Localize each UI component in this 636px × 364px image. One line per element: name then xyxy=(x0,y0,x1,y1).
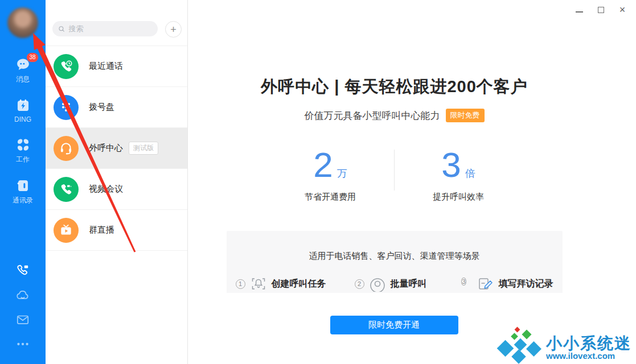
watermark-name: 小小系统迷 xyxy=(546,335,631,351)
video-call-icon[interactable] xyxy=(15,263,30,278)
stat-efficiency: 3 倍 提升呼叫效率 xyxy=(395,147,522,202)
more-dots-icon[interactable] xyxy=(15,337,30,351)
page-title: 外呼中心 | 每天轻松跟进200个客户 xyxy=(188,76,601,98)
batch-call-icon xyxy=(369,276,386,292)
work-grid-icon xyxy=(15,137,31,152)
sidebar-bottom-nav xyxy=(15,263,30,351)
stat-label: 节省开通费用 xyxy=(266,192,394,202)
stat-value: 3 xyxy=(441,147,461,183)
logo-diamond-blue xyxy=(511,349,526,363)
list-item-label: 视频会议 xyxy=(89,184,123,195)
sidebar-item-label: DING xyxy=(14,115,31,123)
logo-diamond-blue xyxy=(497,340,514,357)
scenario-box: 适用于电话销售、客户回访、渠道管理等场景 1 创建呼叫任务 2 xyxy=(227,231,563,293)
sidebar-item-work[interactable]: 工作 xyxy=(15,137,31,164)
dingtalk-window: 38 消息 DING 工作 通讯录 xyxy=(0,0,636,364)
write-record-icon xyxy=(477,276,494,292)
maximize-button[interactable] xyxy=(596,5,605,14)
list-item-label: 外呼中心 xyxy=(89,143,123,154)
phone-clock-icon xyxy=(54,54,79,79)
mail-icon[interactable] xyxy=(15,312,30,327)
logo-diamond-red xyxy=(515,327,520,333)
close-button[interactable]: × xyxy=(618,5,627,14)
sidebar: 38 消息 DING 工作 通讯录 xyxy=(0,0,46,364)
add-button[interactable]: + xyxy=(165,21,182,38)
contacts-book-icon xyxy=(15,178,31,193)
scenario-text: 适用于电话销售、客户回访、渠道管理等场景 xyxy=(227,251,563,262)
maximize-icon xyxy=(598,7,604,13)
video-phone-icon xyxy=(54,177,79,202)
step-label: 填写拜访记录 xyxy=(499,278,553,290)
ding-calendar-icon xyxy=(15,98,31,113)
watermark-logo xyxy=(498,328,540,362)
search-bar[interactable] xyxy=(52,21,158,36)
sidebar-item-label: 消息 xyxy=(16,75,30,84)
list-item-outbound-center[interactable]: 外呼中心 测试版 xyxy=(46,128,187,169)
page-subtitle: 价值万元具备小型呼叫中心能力 xyxy=(305,109,440,122)
stat-unit: 倍 xyxy=(465,167,475,180)
sidebar-item-contacts[interactable]: 通讯录 xyxy=(13,178,33,205)
step-number: 2 xyxy=(355,279,364,289)
limited-free-badge: 限时免费 xyxy=(446,109,485,122)
sidebar-item-ding[interactable]: DING xyxy=(14,98,31,123)
stat-label: 提升呼叫效率 xyxy=(395,192,522,202)
step-write-record: 3 填写拜访记录 xyxy=(456,276,553,292)
steps-row: 1 创建呼叫任务 2 批量呼叫 3 xyxy=(227,276,563,292)
open-free-button[interactable]: 限时免费开通 xyxy=(330,316,458,334)
logo-diamond-green xyxy=(511,333,518,340)
dialpad-icon xyxy=(54,95,79,120)
step-label: 批量呼叫 xyxy=(391,278,427,290)
sidebar-item-label: 通讯录 xyxy=(13,196,33,205)
stats-row: 2 万 节省开通费用 3 倍 提升呼叫效率 xyxy=(188,147,601,202)
sidebar-item-messages[interactable]: 38 消息 xyxy=(15,57,31,84)
main-content: 外呼中心 | 每天轻松跟进200个客户 价值万元具备小型呼叫中心能力 限时免费 … xyxy=(188,0,636,364)
step-label: 创建呼叫任务 xyxy=(272,278,326,290)
cloud-icon[interactable] xyxy=(15,288,30,303)
headset-icon xyxy=(54,136,79,161)
minimize-button[interactable] xyxy=(575,5,584,14)
list-item-label: 最近通话 xyxy=(89,61,123,72)
window-controls: × xyxy=(575,5,627,14)
list-item-recent-calls[interactable]: 最近通话 xyxy=(46,46,187,87)
chat-bubble-icon: 38 xyxy=(15,57,31,72)
search-input[interactable] xyxy=(68,24,152,33)
step-number-wrap: 3 xyxy=(456,276,473,292)
list-item-label: 拨号盘 xyxy=(89,102,114,113)
live-tv-icon xyxy=(54,218,79,243)
logo-diamond-blue xyxy=(526,341,541,357)
unread-count-badge: 38 xyxy=(27,53,38,62)
stat-value: 2 xyxy=(313,147,333,183)
sidebar-item-label: 工作 xyxy=(16,155,30,164)
list-item-label: 群直播 xyxy=(89,225,114,235)
step-create-task: 1 创建呼叫任务 xyxy=(236,276,326,292)
step-number: 3 xyxy=(461,278,466,286)
list-item-dialpad[interactable]: 拨号盘 xyxy=(46,87,187,128)
stat-unit: 万 xyxy=(337,167,347,180)
watermark-url: www.ilovext.com xyxy=(546,351,615,361)
sidebar-nav: 38 消息 DING 工作 通讯录 xyxy=(13,57,33,205)
panel-header: + xyxy=(46,0,187,46)
beta-badge: 测试版 xyxy=(129,142,158,155)
list-item-video-meeting[interactable]: 视频会议 xyxy=(46,169,187,210)
logo-diamond-green xyxy=(522,330,532,340)
minimize-icon xyxy=(576,7,583,13)
user-avatar[interactable] xyxy=(7,7,38,38)
task-bell-icon xyxy=(250,276,267,292)
stat-cost-saving: 2 万 节省开通费用 xyxy=(266,147,394,202)
promo-section: 外呼中心 | 每天轻松跟进200个客户 价值万元具备小型呼叫中心能力 限时免费 … xyxy=(188,0,636,293)
call-feature-panel: + 最近通话 拨号盘 外呼中心 测试版 视频会议 xyxy=(46,0,188,364)
logo-diamond-blue xyxy=(514,338,527,351)
step-number: 1 xyxy=(236,279,245,289)
search-icon xyxy=(58,25,65,33)
step-batch-call: 2 批量呼叫 xyxy=(355,276,427,292)
watermark: 小小系统迷 www.ilovext.com xyxy=(498,328,631,362)
list-item-group-live[interactable]: 群直播 xyxy=(46,210,187,251)
